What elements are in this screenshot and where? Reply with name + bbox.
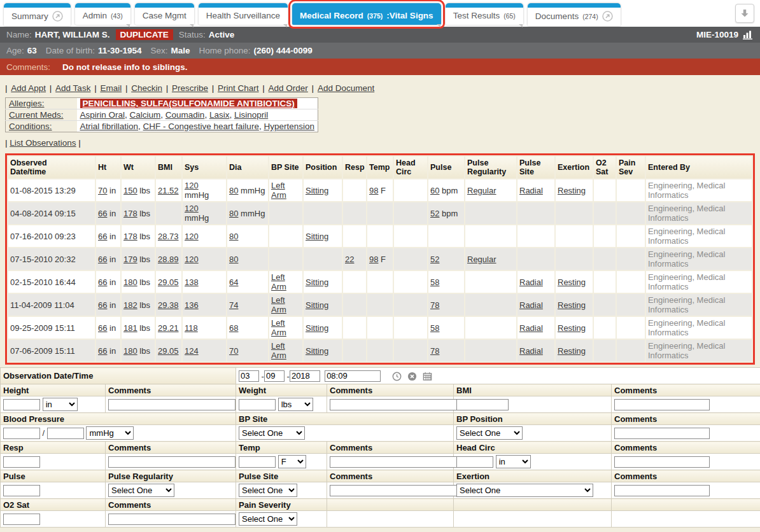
observation-value-link[interactable]: Sitting — [306, 346, 328, 356]
observation-value-link[interactable]: Radial — [519, 323, 543, 333]
exertion-select[interactable]: Select One — [456, 484, 593, 497]
tab-medical-record-active[interactable]: Medical Record(375):Vital Signs — [292, 3, 441, 25]
condition-link[interactable]: Hypertension — [264, 122, 314, 131]
observation-value-link[interactable]: Radial — [519, 186, 543, 195]
observation-value-link[interactable]: Resting — [558, 277, 586, 287]
pain-severity-select[interactable]: Select One — [239, 512, 297, 526]
condition-link[interactable]: Atrial fibrillation — [80, 122, 139, 131]
pulse-site-select[interactable]: Select One — [239, 484, 297, 497]
action-link-print-chart[interactable]: Print Chart — [218, 83, 259, 93]
observation-value-link[interactable]: 22 — [345, 255, 354, 264]
observation-value-link[interactable]: 29.05 — [158, 277, 179, 287]
bmi-comments-input[interactable] — [614, 399, 710, 410]
height-input[interactable] — [3, 399, 40, 410]
observation-value-link[interactable]: Left Arm — [271, 318, 286, 337]
clear-icon[interactable] — [407, 372, 417, 381]
condition-link[interactable]: CHF - Congestive heart failure — [143, 122, 259, 131]
observation-value-link[interactable]: 138 — [185, 277, 199, 287]
medication-link[interactable]: Calcium — [130, 110, 161, 120]
tab-health-surveillance[interactable]: Health Surveillance — [199, 3, 288, 25]
action-link-checkin[interactable]: Checkin — [131, 83, 162, 93]
observation-value-link[interactable]: 150 — [123, 186, 137, 195]
observation-value-link[interactable]: 60 — [430, 186, 439, 195]
action-link-add-appt[interactable]: Add Appt — [11, 83, 46, 93]
weight-comments-input[interactable] — [330, 399, 460, 410]
bp-unit-select[interactable]: mmHg — [86, 426, 134, 440]
allergies-link[interactable]: Allergies: — [9, 99, 45, 108]
observation-value-link[interactable]: 78 — [430, 346, 439, 356]
flowsheet-chart-icon[interactable] — [743, 30, 754, 39]
observation-value-link[interactable]: Sitting — [306, 277, 328, 287]
tab-case-mgmt[interactable]: Case Mgmt — [135, 3, 194, 25]
allergy-value-link[interactable]: PENICILLINS, SULFA(SULFONAMIDE ANTIBIOTI… — [80, 99, 297, 108]
clock-icon[interactable] — [392, 372, 402, 381]
obs-day-input[interactable] — [264, 370, 285, 382]
temp-unit-select[interactable]: F — [278, 455, 306, 468]
observation-value-link[interactable]: 120 — [185, 232, 199, 241]
observation-value-link[interactable]: Resting — [558, 346, 586, 356]
observation-value-link[interactable]: Left Arm — [271, 341, 286, 360]
o2-sat-comments-input[interactable] — [108, 514, 236, 525]
calendar-icon[interactable] — [423, 372, 432, 381]
observation-value-link[interactable]: 58 — [430, 277, 439, 287]
conditions-link[interactable]: Conditions: — [9, 122, 52, 131]
observation-value-link[interactable]: 64 — [229, 277, 238, 287]
observation-value-link[interactable]: 118 — [185, 323, 198, 333]
bp-diastolic-input[interactable] — [47, 428, 84, 439]
pulse-input[interactable] — [3, 485, 40, 496]
observation-value-link[interactable]: Radial — [519, 346, 543, 356]
observation-value-link[interactable]: 120 — [185, 204, 199, 213]
obs-year-input[interactable] — [290, 370, 320, 382]
observation-value-link[interactable]: 124 — [185, 346, 199, 356]
exertion-comments-input[interactable] — [614, 485, 710, 496]
action-link-prescribe[interactable]: Prescribe — [172, 83, 208, 93]
temp-comments-input[interactable] — [330, 456, 460, 468]
observation-value-link[interactable]: 52 — [430, 209, 439, 218]
observation-value-link[interactable]: Sitting — [306, 300, 328, 310]
obs-time-input[interactable] — [325, 370, 381, 382]
observation-value-link[interactable]: 178 — [123, 209, 137, 218]
observation-value-link[interactable]: Sitting — [306, 323, 328, 333]
tab-admin[interactable]: Admin(43) — [75, 3, 130, 25]
observation-value-link[interactable]: 29.21 — [158, 323, 179, 333]
observation-value-link[interactable]: 68 — [229, 323, 238, 333]
observation-value-link[interactable]: 120 — [185, 255, 199, 264]
observation-value-link[interactable]: 136 — [185, 300, 199, 310]
tab-test-results[interactable]: Test Results(65) — [446, 3, 523, 25]
observation-value-link[interactable]: 80 — [229, 255, 238, 264]
observation-value-link[interactable]: 28.73 — [158, 232, 179, 241]
observation-value-link[interactable]: 66 — [98, 323, 107, 333]
observation-value-link[interactable]: 80 — [229, 186, 238, 195]
open-in-new-icon[interactable] — [602, 11, 613, 22]
resp-input[interactable] — [3, 456, 40, 468]
observation-value-link[interactable]: 70 — [98, 186, 107, 195]
observation-value-link[interactable]: Radial — [519, 277, 543, 287]
action-link-email[interactable]: Email — [100, 83, 122, 93]
list-observations-link[interactable]: List Observations — [10, 138, 76, 148]
obs-month-input[interactable] — [239, 370, 259, 382]
height-unit-select[interactable]: in — [43, 398, 78, 411]
medication-link[interactable]: Coumadin — [165, 110, 205, 120]
medication-link[interactable]: Lisinopril — [234, 110, 268, 120]
observation-value-link[interactable]: 66 — [98, 277, 107, 287]
observation-value-link[interactable]: 98 — [369, 186, 378, 195]
tab-documents[interactable]: Documents(274) — [528, 3, 621, 26]
medication-link[interactable]: Aspirin Oral — [80, 110, 125, 120]
head-circ-comments-input[interactable] — [614, 456, 710, 468]
observation-value-link[interactable]: 74 — [229, 300, 238, 310]
resp-comments-input[interactable] — [108, 456, 236, 468]
observation-value-link[interactable]: Sitting — [306, 186, 328, 195]
observation-value-link[interactable]: 178 — [123, 232, 137, 241]
observation-value-link[interactable]: 78 — [430, 300, 439, 310]
observation-value-link[interactable]: 179 — [123, 255, 137, 264]
download-panel-button[interactable] — [735, 4, 754, 23]
observation-value-link[interactable]: Resting — [558, 300, 586, 310]
observation-value-link[interactable]: 98 — [369, 255, 378, 264]
pulse-regularity-select[interactable]: Select One — [108, 484, 174, 497]
bp-position-select[interactable]: Select One — [456, 426, 523, 440]
observation-value-link[interactable]: Regular — [467, 255, 496, 264]
head-circ-unit-select[interactable]: in — [496, 455, 531, 468]
weight-unit-select[interactable]: lbs — [278, 398, 313, 411]
open-in-new-icon[interactable] — [52, 11, 63, 22]
bp-comments-input[interactable] — [614, 428, 710, 439]
